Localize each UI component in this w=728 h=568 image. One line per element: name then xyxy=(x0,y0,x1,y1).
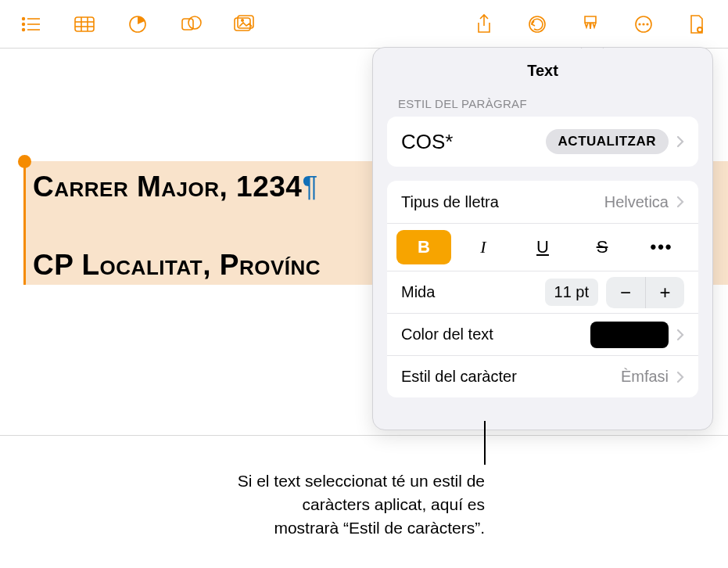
svg-point-4 xyxy=(22,27,25,31)
update-style-button[interactable]: ACTUALITZAR xyxy=(546,129,669,154)
media-icon[interactable] xyxy=(228,9,260,40)
paragraph-style-row[interactable]: COS* ACTUALITZAR xyxy=(387,117,698,167)
svg-point-20 xyxy=(642,23,644,25)
bold-button[interactable]: B xyxy=(396,230,451,264)
chevron-right-icon xyxy=(676,196,684,208)
doc-text-1: Carrer Major, 1234 xyxy=(33,171,302,203)
text-color-swatch[interactable] xyxy=(590,322,669,348)
svg-point-0 xyxy=(22,16,25,20)
svg-point-21 xyxy=(646,23,648,25)
size-decrease-button[interactable]: − xyxy=(606,277,645,308)
character-style-label: Estil del caràcter xyxy=(401,368,621,386)
text-format-card: Tipus de lletra Helvetica B I U S ••• Mi… xyxy=(387,181,698,397)
size-increase-button[interactable]: + xyxy=(645,277,684,308)
size-stepper: − + xyxy=(606,277,684,308)
svg-rect-6 xyxy=(75,17,94,31)
chevron-right-icon xyxy=(676,135,684,148)
format-popover: Text ESTIL DEL PARÀGRAF COS* ACTUALITZAR… xyxy=(372,47,713,430)
chevron-right-icon xyxy=(676,371,684,383)
svg-point-23 xyxy=(698,28,701,31)
text-color-label: Color del text xyxy=(401,325,590,343)
undo-icon[interactable] xyxy=(522,9,553,40)
svg-point-19 xyxy=(638,23,640,25)
shape-icon[interactable] xyxy=(175,9,206,40)
popover-title: Text xyxy=(373,48,712,97)
toolbar-left-group xyxy=(5,9,271,40)
paragraph-style-section-label: ESTIL DEL PARÀGRAF xyxy=(373,97,712,117)
callout-text: Si el text seleccionat té un estil de ca… xyxy=(235,469,485,539)
svg-point-2 xyxy=(22,22,25,25)
size-row: Mida 11 pt − + xyxy=(387,271,698,313)
strikethrough-button[interactable]: S xyxy=(575,230,629,264)
character-style-value: Èmfasi xyxy=(621,368,669,386)
style-segmented-control: B I U S ••• xyxy=(387,223,698,271)
chevron-right-icon xyxy=(676,329,684,341)
italic-button[interactable]: I xyxy=(456,230,511,264)
table-icon[interactable] xyxy=(69,9,100,40)
callout-leader-line xyxy=(484,421,486,465)
font-row[interactable]: Tipus de lletra Helvetica xyxy=(387,181,698,223)
more-styles-button[interactable]: ••• xyxy=(634,230,689,264)
svg-point-16 xyxy=(241,19,244,22)
text-color-row[interactable]: Color del text xyxy=(387,313,698,355)
svg-point-13 xyxy=(188,16,201,29)
toolbar xyxy=(0,0,728,49)
format-brush-icon[interactable] xyxy=(575,9,606,40)
share-icon[interactable] xyxy=(468,9,500,40)
toolbar-right-group xyxy=(457,9,723,40)
selection-caret xyxy=(23,163,26,285)
document-line-1[interactable]: Carrer Major, 1234¶ xyxy=(33,171,318,203)
underline-button[interactable]: U xyxy=(515,230,570,264)
document-icon[interactable] xyxy=(681,9,712,40)
font-label: Tipus de lletra xyxy=(401,193,604,211)
view-list-icon[interactable] xyxy=(16,9,47,40)
pilcrow-icon: ¶ xyxy=(302,171,317,203)
character-style-row[interactable]: Estil del caràcter Èmfasi xyxy=(387,355,698,397)
font-value: Helvetica xyxy=(604,193,669,211)
chart-pie-icon[interactable] xyxy=(122,9,153,40)
document-line-2[interactable]: CP Localitat, Provínc xyxy=(33,249,321,282)
size-label: Mida xyxy=(401,283,545,301)
more-icon[interactable] xyxy=(628,9,659,40)
paragraph-style-card: COS* ACTUALITZAR xyxy=(387,117,698,167)
paragraph-style-name: COS* xyxy=(401,130,546,154)
size-value[interactable]: 11 pt xyxy=(545,279,598,306)
